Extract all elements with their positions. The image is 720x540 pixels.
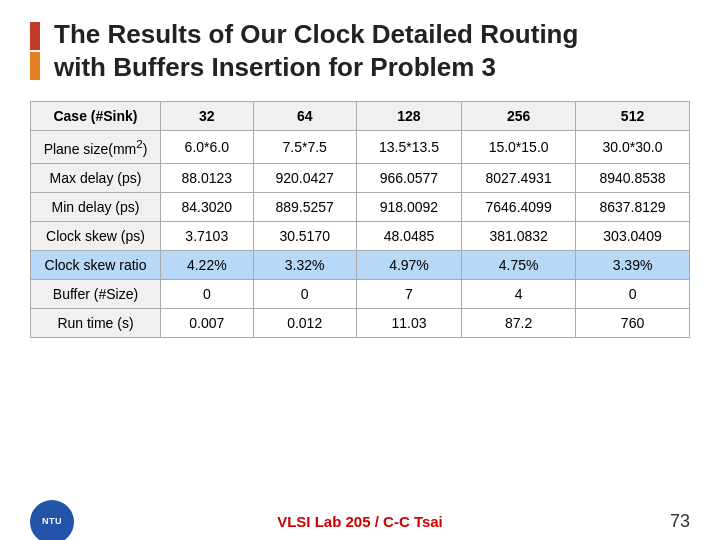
col-header-3: 128	[356, 102, 461, 131]
title-accent	[30, 22, 40, 80]
table-row: Clock skew (ps)3.710330.517048.0485381.0…	[31, 221, 690, 250]
row-label-5: Buffer (#Size)	[31, 279, 161, 308]
cell-3-0: 3.7103	[161, 221, 254, 250]
table-container: Case (#Sink) 32 64 128 256 512 Plane siz…	[30, 101, 690, 503]
cell-0-2: 13.5*13.5	[356, 131, 461, 164]
cell-4-3: 4.75%	[462, 250, 576, 279]
cell-5-3: 4	[462, 279, 576, 308]
cell-0-4: 30.0*30.0	[576, 131, 690, 164]
table-row: Clock skew ratio4.22%3.32%4.97%4.75%3.39…	[31, 250, 690, 279]
cell-3-2: 48.0485	[356, 221, 461, 250]
cell-1-2: 966.0577	[356, 163, 461, 192]
col-header-1: 32	[161, 102, 254, 131]
row-label-3: Clock skew (ps)	[31, 221, 161, 250]
table-row: Plane size(mm2)6.0*6.07.5*7.513.5*13.515…	[31, 131, 690, 164]
results-table: Case (#Sink) 32 64 128 256 512 Plane siz…	[30, 101, 690, 338]
cell-6-4: 760	[576, 308, 690, 337]
cell-2-2: 918.0092	[356, 192, 461, 221]
cell-6-3: 87.2	[462, 308, 576, 337]
cell-1-0: 88.0123	[161, 163, 254, 192]
cell-4-0: 4.22%	[161, 250, 254, 279]
cell-6-1: 0.012	[253, 308, 356, 337]
cell-6-0: 0.007	[161, 308, 254, 337]
row-label-0: Plane size(mm2)	[31, 131, 161, 164]
row-label-4: Clock skew ratio	[31, 250, 161, 279]
cell-0-1: 7.5*7.5	[253, 131, 356, 164]
logo-text: NTU	[42, 517, 62, 527]
cell-2-1: 889.5257	[253, 192, 356, 221]
cell-1-4: 8940.8538	[576, 163, 690, 192]
logo: NTU	[30, 500, 74, 541]
col-header-0: Case (#Sink)	[31, 102, 161, 131]
table-row: Min delay (ps)84.3020889.5257918.0092764…	[31, 192, 690, 221]
cell-3-3: 381.0832	[462, 221, 576, 250]
col-header-2: 64	[253, 102, 356, 131]
accent-top	[30, 22, 40, 50]
cell-5-2: 7	[356, 279, 461, 308]
cell-4-4: 3.39%	[576, 250, 690, 279]
cell-0-0: 6.0*6.0	[161, 131, 254, 164]
table-row: Buffer (#Size)00740	[31, 279, 690, 308]
cell-1-3: 8027.4931	[462, 163, 576, 192]
cell-5-1: 0	[253, 279, 356, 308]
cell-5-0: 0	[161, 279, 254, 308]
title-text: The Results of Our Clock Detailed Routin…	[54, 18, 578, 83]
cell-2-4: 8637.8129	[576, 192, 690, 221]
title-line1: The Results of Our Clock Detailed Routin…	[54, 18, 578, 51]
table-row: Max delay (ps)88.0123920.0427966.0577802…	[31, 163, 690, 192]
title-line2: with Buffers Insertion for Problem 3	[54, 51, 578, 84]
footer-label: VLSI Lab 205 / C-C Tsai	[277, 513, 443, 530]
col-header-5: 512	[576, 102, 690, 131]
cell-3-4: 303.0409	[576, 221, 690, 250]
cell-2-0: 84.3020	[161, 192, 254, 221]
cell-6-2: 11.03	[356, 308, 461, 337]
table-row: Run time (s)0.0070.01211.0387.2760	[31, 308, 690, 337]
accent-bottom	[30, 52, 40, 80]
cell-3-1: 30.5170	[253, 221, 356, 250]
cell-4-1: 3.32%	[253, 250, 356, 279]
row-label-6: Run time (s)	[31, 308, 161, 337]
cell-5-4: 0	[576, 279, 690, 308]
row-label-2: Min delay (ps)	[31, 192, 161, 221]
cell-1-1: 920.0427	[253, 163, 356, 192]
cell-0-3: 15.0*15.0	[462, 131, 576, 164]
row-label-1: Max delay (ps)	[31, 163, 161, 192]
page-number: 73	[670, 511, 690, 532]
cell-2-3: 7646.4099	[462, 192, 576, 221]
footer: NTU VLSI Lab 205 / C-C Tsai 73	[30, 513, 690, 530]
cell-4-2: 4.97%	[356, 250, 461, 279]
title-section: The Results of Our Clock Detailed Routin…	[30, 18, 690, 83]
page: The Results of Our Clock Detailed Routin…	[0, 0, 720, 540]
col-header-4: 256	[462, 102, 576, 131]
table-header-row: Case (#Sink) 32 64 128 256 512	[31, 102, 690, 131]
